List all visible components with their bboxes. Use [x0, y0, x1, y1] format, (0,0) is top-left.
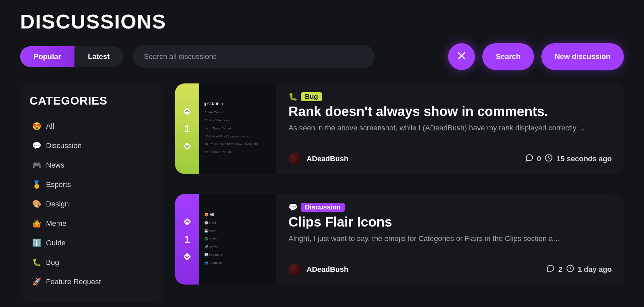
search-wrap [133, 45, 375, 68]
category-emoji: 🎮 [32, 161, 41, 170]
discussion-card[interactable]: 1▮ SERUBI ✦Share ReportIBI ✦ • 4 hours a… [175, 83, 624, 174]
svg-rect-6 [183, 253, 191, 260]
tab-popular[interactable]: Popular [20, 46, 74, 67]
author-avatar[interactable] [288, 152, 301, 165]
vote-score: 1 [184, 234, 190, 245]
post-excerpt: Alright, I just want to say, the emojis … [288, 234, 612, 243]
category-label: All [46, 122, 54, 131]
post-meta: ADeadBush015 seconds ago [288, 152, 612, 165]
new-discussion-button[interactable]: New discussion [541, 43, 624, 70]
category-badge[interactable]: Discussion [301, 203, 345, 212]
category-emoji: 🤷 [32, 219, 41, 228]
post-thumbnail: 😍 All⚽ Goal💾 Save♻️ Assist✈️ Aerial↩️ Fl… [199, 194, 276, 285]
svg-rect-2 [183, 107, 191, 115]
svg-rect-5 [183, 218, 191, 226]
category-item[interactable]: ℹ️Guide [30, 233, 155, 253]
comment-count: 0 [537, 155, 541, 163]
search-button[interactable]: Search [482, 43, 534, 70]
category-item[interactable]: 🤷Meme [30, 214, 155, 233]
post-body: 🐛BugRank doesn't always show in comments… [276, 83, 624, 174]
category-emoji: 🎨 [32, 200, 41, 208]
post-time: 15 seconds ago [556, 155, 612, 163]
category-emoji: 💬 [32, 141, 41, 150]
category-emoji: 🚀 [32, 278, 41, 286]
category-label: Guide [46, 239, 66, 247]
category-item[interactable]: 🎮News [30, 156, 155, 175]
vote-column: 1 [175, 194, 199, 285]
clock-icon [566, 264, 575, 275]
clear-search-button[interactable] [448, 43, 475, 70]
clock-icon [544, 154, 553, 164]
category-label: Meme [46, 219, 66, 228]
category-emoji: 😍 [32, 122, 41, 131]
tag-emoji: 🐛 [288, 93, 298, 101]
tag-row: 💬Discussion [288, 203, 612, 212]
categories-sidebar: CATEGORIES 😍All💬Discussion🎮News🏅Esports🎨… [20, 83, 164, 302]
tag-emoji: 💬 [288, 203, 298, 212]
category-label: Feature Request [46, 278, 101, 286]
category-emoji: 🏅 [32, 180, 41, 189]
category-label: Discussion [46, 141, 82, 150]
vote-column: 1 [175, 83, 199, 174]
action-buttons: Search New discussion [448, 43, 624, 70]
upvote-button[interactable] [182, 106, 192, 116]
comment-icon [525, 154, 534, 164]
category-item[interactable]: 🎨Design [30, 194, 155, 214]
tag-row: 🐛Bug [288, 92, 612, 101]
category-label: News [46, 161, 64, 170]
top-bar: Popular Latest Search New discussion [20, 43, 624, 70]
downvote-button[interactable] [182, 141, 192, 151]
sidebar-title: CATEGORIES [30, 94, 155, 107]
category-emoji: 🐛 [32, 258, 41, 267]
sort-tabs: Popular Latest [20, 46, 123, 67]
downvote-button[interactable] [182, 252, 192, 262]
category-item[interactable]: 🏅Esports [30, 175, 155, 194]
main-layout: CATEGORIES 😍All💬Discussion🎮News🏅Esports🎨… [20, 83, 624, 302]
category-label: Esports [46, 180, 71, 189]
page-title: DISCUSSIONS [20, 10, 624, 33]
discussion-list: 1▮ SERUBI ✦Share ReportIBI ✦ • 4 hours a… [175, 83, 624, 302]
post-title[interactable]: Rank doesn't always show in comments. [288, 104, 612, 119]
tab-latest[interactable]: Latest [74, 46, 123, 67]
author-avatar[interactable] [288, 263, 301, 276]
category-item[interactable]: 🐛Bug [30, 253, 155, 272]
author-name[interactable]: ADeadBush [307, 265, 348, 274]
discussion-card[interactable]: 1😍 All⚽ Goal💾 Save♻️ Assist✈️ Aerial↩️ F… [175, 194, 624, 285]
upvote-button[interactable] [182, 217, 192, 227]
comment-count: 2 [558, 265, 562, 274]
search-input[interactable] [133, 45, 375, 68]
meta-right: 015 seconds ago [525, 154, 612, 164]
post-excerpt: As seen in the above screenshot, while I… [288, 124, 612, 132]
post-title[interactable]: Clips Flair Icons [288, 214, 612, 230]
svg-rect-3 [183, 142, 191, 150]
category-label: Bug [46, 258, 59, 267]
vote-score: 1 [184, 123, 190, 134]
category-emoji: ℹ️ [32, 239, 41, 247]
post-thumbnail: ▮ SERUBI ✦Share ReportIBI ✦ • 4 hours ag… [199, 83, 276, 174]
category-item[interactable]: 😍All [30, 117, 155, 136]
close-icon [457, 51, 467, 63]
category-label: Design [46, 200, 69, 208]
category-badge[interactable]: Bug [301, 92, 322, 101]
author-name[interactable]: ADeadBush [307, 155, 348, 163]
post-time: 1 day ago [578, 265, 612, 274]
category-item[interactable]: 💬Discussion [30, 136, 155, 156]
meta-right: 21 day ago [546, 264, 612, 275]
category-item[interactable]: 🚀Feature Request [30, 272, 155, 292]
comment-icon [546, 264, 555, 275]
post-body: 💬DiscussionClips Flair IconsAlright, I j… [276, 194, 624, 285]
post-meta: ADeadBush21 day ago [288, 263, 612, 276]
